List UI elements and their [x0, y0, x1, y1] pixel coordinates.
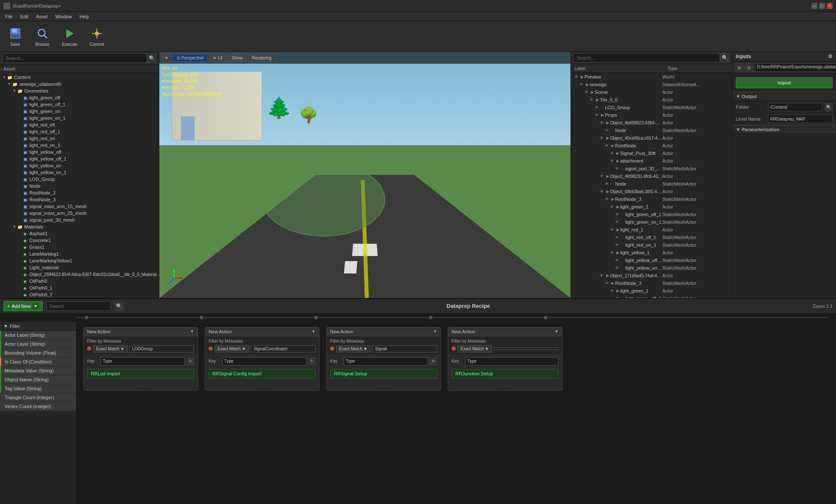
tree-item-mesh[interactable]: ▣ light_red_on_1	[0, 142, 159, 149]
tree-item-newsigs[interactable]: ▼ 📁 newsigs_udatasmith	[0, 81, 159, 87]
refresh-button-3[interactable]: ↻	[429, 358, 437, 365]
outliner-item-rootnode3[interactable]: 👁 ▶ RootNode_3 StaticMeshActor	[571, 195, 732, 203]
tree-item-mesh[interactable]: ▣ signal_post_30_mesh	[0, 217, 159, 223]
add-new-dropdown[interactable]: ▼	[32, 303, 39, 310]
outliner-item-green-off[interactable]: 👁 light_green_off_1 StaticMeshActor	[571, 211, 732, 218]
minimize-button[interactable]: ─	[811, 3, 817, 9]
outliner-item-rootnode3b[interactable]: 👁 ▶ RootNode_3 StaticMeshActor	[571, 279, 732, 287]
outliner-item-post-mesh[interactable]: 👁 signal_post_30_mes... StaticMeshActor	[571, 165, 732, 172]
tree-item-mesh[interactable]: ▣ RootNode_2	[0, 189, 159, 196]
rendering-button[interactable]: Rendering	[248, 54, 275, 62]
tree-item-mesh[interactable]: ▣ light_yellow_off	[0, 149, 159, 155]
tree-item-mesh[interactable]: ▣ light_red_off	[0, 121, 159, 128]
filter-value-button-4[interactable]	[494, 347, 559, 350]
outliner-item-tile[interactable]: 👁 ▶ Tile_0_0 Actor	[571, 96, 732, 104]
gear-icon[interactable]: ⚙	[828, 53, 833, 59]
action-dropdown-2[interactable]: ▼	[311, 329, 316, 334]
tree-item-material[interactable]: ◈ Grass1	[0, 244, 159, 251]
recipe-canvas[interactable]: New Action ▼ Filter by Metadata Exact Ma…	[76, 322, 836, 504]
action-dropdown-1[interactable]: ▼	[190, 329, 194, 334]
outliner-item-red-on[interactable]: 👁 light_red_on_1 StaticMeshActor	[571, 241, 732, 249]
tree-item-mesh[interactable]: ▣ light_yellow_off_1	[0, 155, 159, 162]
outliner-item-yellow-on[interactable]: 👁 light_yellow_on_1 StaticMeshActor	[571, 264, 732, 272]
type-input-1[interactable]	[101, 357, 185, 366]
exact-match-button-4[interactable]: Exact Match ▼	[458, 345, 492, 352]
tree-item-mesh[interactable]: ▣ light_red_on	[0, 135, 159, 142]
filter-value-button-3[interactable]: Signal	[372, 345, 437, 352]
tree-item-mesh[interactable]: ▣ signal_mast_arm_25_mesh	[0, 210, 159, 217]
exact-match-button-3[interactable]: Exact Match ▼	[336, 345, 370, 352]
tree-item-material[interactable]: ◈ LaneMarkingYellow1	[0, 257, 159, 264]
tree-item-material[interactable]: ◈ Light_material	[0, 264, 159, 271]
tree-item-content[interactable]: ▼ 📁 Content	[0, 74, 159, 81]
filter-item-vertex-count[interactable]: Vertex Count (Integer)	[0, 402, 76, 411]
outliner-item-newsigs[interactable]: 👁 ▶ newsigs DatasmithSceneA...	[571, 81, 732, 88]
tree-item-geometries[interactable]: ▼ 📁 Geometries	[0, 87, 159, 94]
tree-item-mesh[interactable]: ▣ light_yellow_on	[0, 162, 159, 169]
tree-item-material[interactable]: ◈ LaneMarking1	[0, 251, 159, 257]
tree-item-material[interactable]: ◈ Asphalt1	[0, 230, 159, 237]
filter-item-triangle-count[interactable]: Triangle Count (Integer)	[0, 393, 76, 402]
tree-item-material[interactable]: ◈ Concrete1	[0, 237, 159, 244]
outliner-item-green1b[interactable]: 👁 ▶ light_green_1 Actor	[571, 287, 732, 295]
recipe-search-button[interactable]: 🔍	[114, 301, 124, 311]
exact-match-button-2[interactable]: Exact Match ▼	[215, 345, 249, 352]
outliner-item-obj1[interactable]: 👁 ▶ Object_4b858923-9384-4b... Actor	[571, 119, 732, 127]
outliner-item-yellow-off[interactable]: 👁 light_yellow_off_1 StaticMeshActor	[571, 256, 732, 264]
tree-item-mesh[interactable]: ▣ light_green_off_1	[0, 101, 159, 108]
outliner-item-props[interactable]: 👁 ▶ Props Actor	[571, 111, 732, 119]
outliner-item-green-on[interactable]: 👁 light_green_on_1 StaticMeshActor	[571, 218, 732, 226]
menu-help[interactable]: Help	[76, 13, 93, 20]
close-button[interactable]: ✕	[827, 3, 833, 9]
path-icon-1[interactable]: ⊞	[735, 63, 743, 72]
filter-item-metadata-value[interactable]: Metadata Value (String)	[0, 366, 76, 375]
execute-button[interactable]: Execute	[59, 24, 80, 48]
browse-button[interactable]: Browse	[32, 24, 53, 48]
outliner-item-green-off-b[interactable]: 👁 light_green_off_1 StaticMeshActor	[571, 295, 732, 298]
perspective-button[interactable]: ⊡ Perspective	[173, 54, 207, 62]
menu-edit[interactable]: Edit	[17, 13, 32, 20]
outliner-item-green1[interactable]: 👁 ▶ light_green_1 Actor	[571, 203, 732, 211]
outliner-item-lodgroup[interactable]: 👁 LOD_Group StaticMeshActor	[571, 104, 732, 111]
filter-item-is-class-of[interactable]: Is Class Of (Condition)	[0, 358, 76, 366]
tree-item-mesh[interactable]: ▣ light_red_off_1	[0, 128, 159, 135]
filter-item-bounding-volume[interactable]: Bounding Volume (Float)	[0, 349, 76, 358]
tree-item-mesh[interactable]: ▣ Node	[0, 183, 159, 189]
outliner-search-input[interactable]	[573, 53, 720, 62]
outliner-item-rootnode[interactable]: 👁 ▶ RootNode Actor	[571, 142, 732, 149]
filter-value-button-1[interactable]: LODGroup	[129, 345, 194, 352]
tree-item-materials[interactable]: ▼ 📁 Materials	[0, 223, 159, 230]
filter-item-tag-value[interactable]: Tag Value (String)	[0, 384, 76, 393]
filter-value-button-2[interactable]: SignalCoordinator	[251, 345, 316, 352]
filter-item-object-name[interactable]: Object Name (String)	[0, 375, 76, 384]
outliner-item-red-off[interactable]: 👁 light_red_off_1 StaticMeshActor	[571, 234, 732, 241]
import-button[interactable]: Import	[736, 77, 833, 88]
outliner-item-yellow1[interactable]: 👁 ▶ light_yellow_1 Actor	[571, 249, 732, 256]
maximize-button[interactable]: □	[819, 3, 825, 9]
tree-item-mesh[interactable]: ▣ light_green_off	[0, 94, 159, 101]
filter-item-actor-label[interactable]: Actor Label (String)	[0, 331, 76, 340]
outliner-item-scene[interactable]: 👁 ▶ Scene Actor	[571, 88, 732, 96]
menu-file[interactable]: File	[2, 13, 16, 20]
show-button[interactable]: Show	[228, 54, 246, 62]
tree-item-mesh[interactable]: ▣ LOD_Group	[0, 176, 159, 183]
menu-window[interactable]: Window	[52, 13, 75, 20]
tree-item-mesh[interactable]: ▣ light_green_on_1	[0, 115, 159, 121]
tree-item-material[interactable]: ◈ OilPath0_2	[0, 291, 159, 298]
outliner-item-signal-post[interactable]: 👁 ▶ Signal_Post_30ft Actor	[571, 149, 732, 157]
exact-match-button-1[interactable]: Exact Match ▼	[93, 345, 127, 352]
outliner-item-node2[interactable]: 👁 Node StaticMeshActor	[571, 180, 732, 188]
outliner-item-preview[interactable]: 👁 ▶ Preview World	[571, 73, 732, 81]
outliner-item-obj3[interactable]: 👁 ▶ Object_46f96231-8fc8-431... Actor	[571, 172, 732, 180]
filter-item-actor-layer[interactable]: Actor Layer (String)	[0, 340, 76, 349]
refresh-button-2[interactable]: ↻	[308, 358, 316, 365]
tree-item-mesh[interactable]: ▣ light_green_on	[0, 108, 159, 115]
type-input-2[interactable]	[222, 357, 306, 366]
tree-item-material[interactable]: ◈ OilPath0_1	[0, 284, 159, 291]
tree-item-mesh[interactable]: ▣ light_yellow_on_1	[0, 169, 159, 176]
asset-search-input[interactable]	[3, 53, 147, 63]
refresh-button-1[interactable]: ↻	[186, 358, 194, 365]
type-input-3[interactable]	[344, 357, 428, 366]
outliner-item-obj5[interactable]: 👁 ▶ Object_171d9a45-74af-42... Actor	[571, 272, 732, 279]
outliner-item-obj4[interactable]: 👁 ▶ Object_68bb3ba6-38f1-43... Actor	[571, 188, 732, 195]
